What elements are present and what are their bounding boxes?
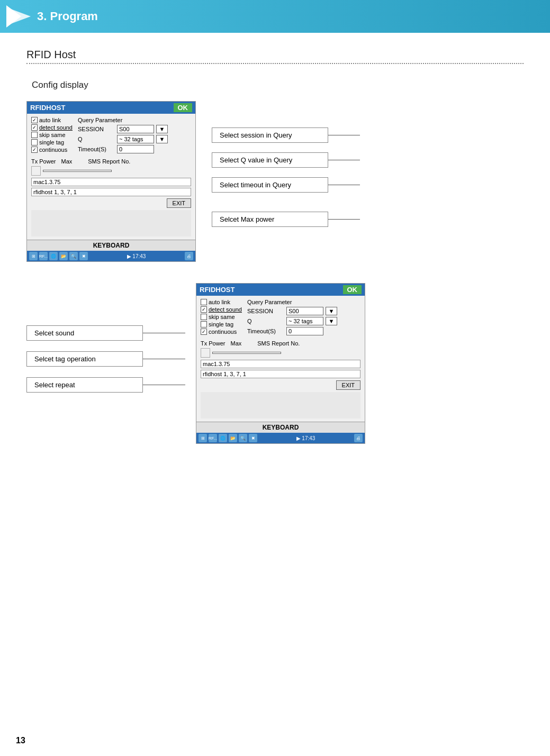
sms-input-2 [212, 352, 281, 354]
ok-button-1[interactable]: OK [174, 103, 193, 112]
callout-repeat-line [143, 385, 185, 385]
taskbar-1: ⊞ RF... 🌐 📂 🔍 ✖ ▶ 17:43 🖨 [27, 251, 195, 261]
session-value-2: S00 [286, 307, 323, 315]
q-value-2: ~ 32 tags [286, 317, 323, 325]
chk-autolink-2: auto link [201, 299, 242, 305]
timeout-value-1: 0 [117, 145, 154, 153]
main-content: RFID Host Config display RFIDHOST OK aut… [0, 33, 550, 460]
callout-timeout-line [328, 185, 360, 185]
callout-session: Select session in Query [212, 127, 360, 143]
chk-skipsame-icon-1 [31, 132, 38, 138]
callout-repeat: Select repeat [26, 377, 185, 393]
query-param-title-2: Query Parameter [247, 299, 360, 305]
chk-autolink-icon-1 [31, 117, 38, 123]
callout-sound-box: Selcet sound [26, 325, 143, 341]
timeout-row-2: Timeout(S) 0 [247, 327, 360, 335]
rfid-window-2: RFIDHOST OK auto link detect sound skip … [196, 283, 365, 444]
q-dropdown-1[interactable]: ▼ [156, 135, 168, 143]
tx-power-label-2: Tx Power [201, 340, 225, 347]
rfid-titlebar-2: RFIDHOST OK [196, 284, 365, 296]
callout-value-box: Select Q value in Query [212, 152, 328, 168]
rfid-title-2: RFIDHOST [200, 286, 235, 294]
q-row-1: Q ~ 32 tags ▼ [78, 135, 191, 143]
tx-checkbox-row-2 [201, 348, 360, 358]
chk-autolink-1: auto link [31, 117, 73, 123]
callout-timeout-box: Select timeout in Query [212, 177, 328, 193]
rfid-query-params-1: Query Parameter SESSION S00 ▼ Q ~ 32 tag… [78, 117, 191, 155]
exit-button-1[interactable]: EXIT [167, 198, 191, 208]
sub-section-title: Config display [26, 80, 524, 90]
rf-icon-2: RF... [209, 434, 217, 442]
page-number: 13 [16, 736, 25, 745]
chk-continuous-1: continuous [31, 147, 73, 153]
callout-tagop-line [143, 359, 185, 359]
callout-maxpower-box: Selcet Max power [212, 212, 328, 227]
printer-icon-2: 🖨 [354, 434, 363, 442]
callout-timeout-text: Select timeout in Query [220, 181, 291, 189]
callout-sound-line [143, 333, 185, 333]
mac-value-1: mac1.3.75 [31, 178, 191, 186]
ok-button-2[interactable]: OK [343, 285, 362, 294]
callout-repeat-box: Select repeat [26, 377, 143, 393]
taskbar-icons-2: ⊞ RF... 🌐 📂 🔍 ✖ [199, 434, 257, 442]
rfid-spacer-1 [31, 210, 191, 236]
top-diagram: RFIDHOST OK auto link detect sound skip … [26, 101, 524, 262]
exit-row-2: EXIT [201, 380, 360, 390]
callout-session-box: Select session in Query [212, 127, 328, 143]
rfid-titlebar-1: RFIDHOST OK [27, 102, 195, 114]
max-label-1: Max [61, 158, 72, 165]
callout-value-line [328, 160, 360, 160]
rfid-query-params-2: Query Parameter SESSION S00 ▼ Q ~ 32 tag… [247, 299, 360, 337]
callout-tagop-text: Selcet tag operation [34, 355, 96, 363]
chk-autolink-icon-2 [201, 299, 207, 305]
timeout-value-2: 0 [286, 327, 323, 335]
time-label-1: ▶ 17:43 [127, 253, 146, 259]
callout-session-line [328, 135, 360, 135]
icon2-2: 📂 [229, 434, 237, 442]
chk-singletag-icon-2 [201, 321, 207, 327]
timeout-row-1: Timeout(S) 0 [78, 145, 191, 153]
time-label-2: ▶ 17:43 [296, 435, 315, 441]
session-label-2: SESSION [247, 308, 284, 314]
tx-checkbox-row-1 [31, 166, 191, 176]
session-value-1: S00 [117, 125, 154, 133]
session-label-1: SESSION [78, 126, 115, 132]
mac-value-2: mac1.3.75 [201, 360, 360, 368]
start-icon-1[interactable]: ⊞ [29, 252, 38, 260]
rfid-window-1: RFIDHOST OK auto link detect sound skip … [26, 101, 196, 262]
exit-button-2[interactable]: EXIT [336, 380, 360, 390]
session-dropdown-1[interactable]: ▼ [156, 125, 168, 133]
session-row-1: SESSION S00 ▼ [78, 125, 191, 133]
rfid-title-1: RFIDHOST [30, 104, 65, 112]
chk-detectsound-icon-2 [201, 306, 207, 313]
page-title: 3. Program [37, 10, 98, 23]
rfid-checkboxes-2: auto link detect sound skip same single … [201, 299, 242, 337]
chk-continuous-icon-2 [201, 329, 207, 335]
callout-maxpower-line [328, 219, 360, 220]
rf-icon-1: RF... [39, 252, 48, 260]
icon3-1: 🔍 [69, 252, 78, 260]
keyboard-bar-2: KEYBOARD [196, 422, 365, 433]
rfid-spacer-2 [201, 392, 360, 418]
section-title: RFID Host [26, 49, 524, 61]
chk-singletag-2: single tag [201, 321, 242, 327]
host-addr-2: rfidhost 1, 3, 7, 1 [201, 370, 360, 378]
q-label-1: Q [78, 136, 115, 142]
chk-detectsound-icon-1 [31, 124, 38, 131]
start-icon-2[interactable]: ⊞ [199, 434, 207, 442]
callout-timeout: Select timeout in Query [212, 177, 360, 193]
session-dropdown-2[interactable]: ▼ [326, 307, 337, 315]
taskbar-icons-1: ⊞ RF... 🌐 📂 🔍 ✖ [29, 252, 88, 260]
svg-marker-1 [6, 5, 21, 28]
callout-sound: Selcet sound [26, 325, 185, 341]
browser-icon-1: 🌐 [49, 252, 58, 260]
program-icon [5, 3, 33, 30]
callout-tagop: Selcet tag operation [26, 351, 185, 367]
q-dropdown-2[interactable]: ▼ [326, 317, 337, 325]
left-callouts: Selcet sound Selcet tag operation Select… [26, 283, 185, 393]
icon3-2: 🔍 [239, 434, 247, 442]
chk-skipsame-2: skip same [201, 314, 242, 320]
callout-sound-text: Selcet sound [34, 329, 74, 337]
chk-continuous-icon-1 [31, 147, 38, 153]
q-row-2: Q ~ 32 tags ▼ [247, 317, 360, 325]
